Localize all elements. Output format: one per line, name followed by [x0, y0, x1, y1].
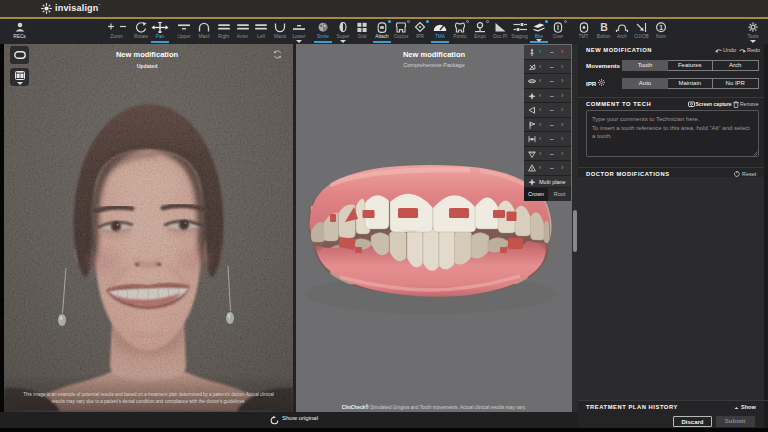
svg-text:B: B: [600, 22, 608, 33]
svg-text:1: 1: [659, 23, 663, 32]
